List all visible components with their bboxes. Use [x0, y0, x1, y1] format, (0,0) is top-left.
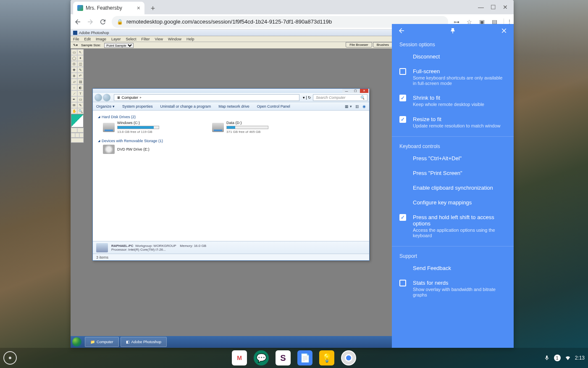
minimize-icon[interactable]: —: [478, 4, 484, 11]
shift-checkbox[interactable]: [399, 214, 406, 221]
jump-row[interactable]: [71, 138, 84, 143]
tool-pen[interactable]: ✒: [71, 96, 77, 102]
screenmode-row[interactable]: [71, 132, 84, 138]
tool-history[interactable]: ↶: [77, 73, 84, 79]
refresh-icon[interactable]: ▾ | ↻: [303, 95, 311, 100]
cmd-properties[interactable]: System properties: [122, 104, 153, 109]
menu-layer[interactable]: Layer: [111, 37, 121, 41]
shrink-checkbox[interactable]: [399, 95, 406, 101]
chrome-icon[interactable]: [341, 350, 356, 365]
file-browser-tab[interactable]: File Browser: [346, 42, 372, 48]
group-hdd[interactable]: ◢Hard Disk Drives (2): [98, 115, 364, 119]
tool-wand[interactable]: ✦: [77, 55, 84, 61]
group-removable[interactable]: ◢Devices with Removable Storage (1): [98, 139, 364, 143]
eyedropper-icon[interactable]: ✎▾: [73, 43, 78, 47]
new-tab-button[interactable]: +: [147, 3, 159, 14]
explorer-titlebar[interactable]: — ▢ ✕: [93, 89, 369, 93]
tool-heal[interactable]: ✚: [71, 67, 77, 73]
pin-icon[interactable]: [449, 27, 457, 36]
tool-path[interactable]: ⟋: [71, 90, 77, 96]
tool-gradient[interactable]: ▤: [77, 79, 84, 85]
explorer-forward[interactable]: [103, 94, 110, 101]
keymap-button[interactable]: Configure key mappings: [392, 195, 514, 210]
disconnect-button[interactable]: Disconnect: [392, 49, 514, 64]
explorer-close[interactable]: ✕: [360, 89, 368, 93]
drive-c[interactable]: Windows (C:) 13.8 GB free of 119 GB: [103, 121, 187, 134]
printscreen-button[interactable]: Press "Print Screen": [392, 166, 514, 180]
drive-dvd[interactable]: DVD RW Drive (E:): [103, 145, 187, 154]
tab-close-icon[interactable]: ×: [137, 5, 140, 11]
panel-back-icon[interactable]: [398, 27, 405, 36]
tool-crop[interactable]: ⊡: [71, 61, 77, 67]
docs-icon[interactable]: 📄: [297, 350, 312, 365]
help-icon[interactable]: ◉: [362, 104, 366, 109]
slack-icon[interactable]: S: [276, 350, 291, 365]
clipboard-button[interactable]: Enable clipboard synchronization: [392, 180, 514, 195]
menu-edit[interactable]: Edit: [84, 37, 91, 41]
shrink-option[interactable]: Shrink to fit Keep whole remote desktop …: [392, 90, 514, 111]
start-button[interactable]: [71, 336, 83, 348]
menu-select[interactable]: Select: [126, 37, 136, 41]
gmail-icon[interactable]: M: [232, 350, 247, 365]
taskbar-computer[interactable]: 📁Computer: [85, 337, 119, 347]
ctrlaltdel-button[interactable]: Press "Ctrl+Alt+Del": [392, 151, 514, 166]
cmd-organize[interactable]: Organize ▾: [96, 104, 115, 109]
cmd-uninstall[interactable]: Uninstall or change a program: [160, 104, 211, 109]
maximize-icon[interactable]: ☐: [491, 4, 496, 11]
tool-type[interactable]: T: [77, 90, 84, 96]
messages-icon[interactable]: 💬: [254, 350, 269, 365]
chevron-right-icon[interactable]: ▸: [140, 95, 142, 99]
stats-checkbox[interactable]: [399, 280, 406, 286]
sample-size-select[interactable]: Point Sample: [104, 43, 134, 48]
resize-checkbox[interactable]: [399, 116, 406, 123]
taskbar-photoshop[interactable]: ◧Adobe Photoshop: [121, 337, 167, 347]
reload-button[interactable]: [99, 18, 107, 26]
explorer-back[interactable]: [94, 94, 102, 101]
tool-blur[interactable]: ○: [71, 85, 77, 90]
fullscreen-option[interactable]: Full-screen Some keyboard shortcuts are …: [392, 64, 514, 90]
menu-filter[interactable]: Filter: [142, 37, 150, 41]
tool-hand[interactable]: ✋: [71, 108, 77, 114]
forward-button[interactable]: [87, 18, 94, 26]
cmd-controlpanel[interactable]: Open Control Panel: [257, 104, 290, 109]
drive-d[interactable]: Data (D:) 371 GB free of 465 GB: [212, 121, 296, 134]
brushes-tab[interactable]: Brushes: [373, 42, 393, 48]
tool-stamp[interactable]: ⊕: [71, 73, 77, 79]
preview-icon[interactable]: ▥: [355, 104, 359, 109]
back-button[interactable]: [74, 18, 81, 26]
tool-eraser[interactable]: ▱: [71, 79, 77, 85]
menu-help[interactable]: Help: [186, 37, 194, 41]
explorer-body[interactable]: ◢Hard Disk Drives (2) Windows (C:) 13.8 …: [93, 111, 369, 241]
view-icon[interactable]: ▦ ▾: [345, 104, 352, 109]
shift-option[interactable]: Press and hold left shift to access opti…: [392, 210, 514, 243]
tool-slice[interactable]: ◫: [77, 61, 84, 67]
keep-icon[interactable]: 💡: [319, 350, 334, 365]
explorer-window[interactable]: — ▢ ✕ 🖥 Computer ▸ ▾ | ↻: [92, 88, 370, 261]
tool-zoom[interactable]: 🔍: [77, 108, 84, 114]
fullscreen-checkbox[interactable]: [399, 68, 406, 75]
tool-dodge[interactable]: ◐: [77, 85, 84, 90]
panel-close-icon[interactable]: [500, 27, 508, 36]
tool-shape[interactable]: ▭: [77, 96, 84, 102]
quickmask-row[interactable]: [71, 127, 84, 132]
status-tray[interactable]: 1 2:13: [544, 355, 585, 361]
cmd-mapdrive[interactable]: Map network drive: [218, 104, 249, 109]
menu-view[interactable]: View: [155, 37, 163, 41]
tool-marquee[interactable]: ▭: [71, 49, 77, 55]
color-swatches[interactable]: [71, 114, 84, 127]
browser-tab[interactable]: Mrs. Feathersby ×: [73, 2, 144, 14]
explorer-search[interactable]: Search Computer 🔍: [313, 94, 368, 101]
feedback-button[interactable]: Send Feedback: [392, 261, 514, 275]
tool-move[interactable]: ↖: [77, 49, 84, 55]
menu-image[interactable]: Image: [96, 37, 106, 41]
explorer-maximize[interactable]: ▢: [351, 89, 360, 93]
tool-eyedrop[interactable]: ✎: [77, 102, 84, 108]
tool-brush[interactable]: ✎: [77, 67, 84, 73]
close-icon[interactable]: ✕: [503, 4, 508, 11]
menu-window[interactable]: Window: [168, 37, 181, 41]
stats-option[interactable]: Stats for nerds Show overlay with bandwi…: [392, 275, 514, 302]
explorer-breadcrumb[interactable]: 🖥 Computer ▸: [114, 94, 299, 101]
tool-lasso[interactable]: ◯: [71, 55, 77, 61]
launcher-button[interactable]: [3, 351, 17, 365]
menu-file[interactable]: File: [73, 37, 79, 41]
